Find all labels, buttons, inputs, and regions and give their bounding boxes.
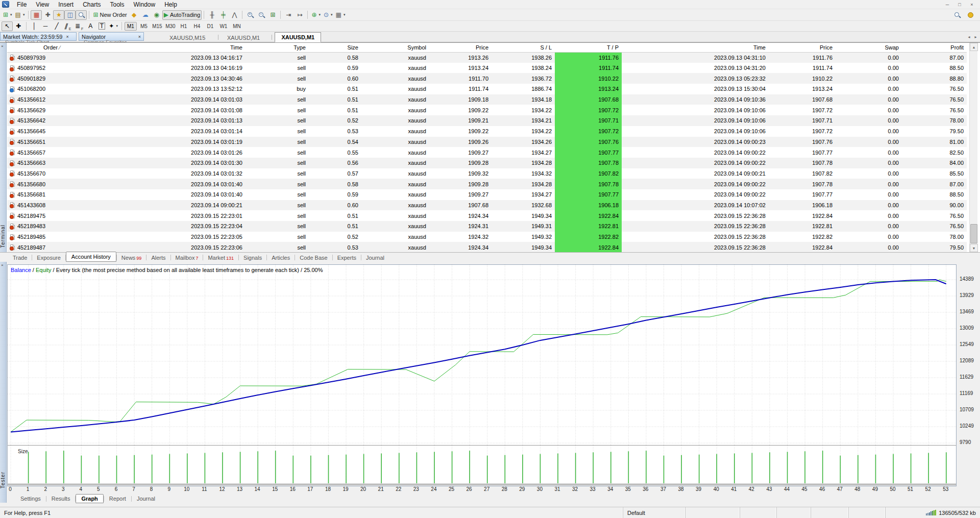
- table-row[interactable]: 4514336082023.09.14 09:00:21sell0.60xauu…: [7, 200, 967, 211]
- terminal-tab-account-history[interactable]: Account History: [66, 252, 116, 262]
- timeframe-m5[interactable]: M5: [138, 22, 150, 31]
- table-row[interactable]: 4513566122023.09.14 03:01:03sell0.51xauu…: [7, 94, 967, 105]
- metaeditor-button[interactable]: ◆: [129, 10, 140, 20]
- close-icon[interactable]: ×: [138, 34, 141, 39]
- fibonacci-tool[interactable]: ≣F: [74, 21, 85, 31]
- table-row[interactable]: 4508979392023.09.13 04:16:17sell0.58xauu…: [7, 52, 967, 63]
- table-row[interactable]: 4513566702023.09.14 03:01:32sell0.57xauu…: [7, 168, 967, 179]
- table-row[interactable]: 4510682002023.09.13 13:52:12buy0.51xauus…: [7, 84, 967, 94]
- tester-tab-graph[interactable]: Graph: [76, 494, 103, 503]
- navigator-panel-tab[interactable]: Navigator ×: [79, 32, 144, 41]
- text-tool[interactable]: A: [85, 21, 96, 31]
- timeframe-m15[interactable]: M15: [151, 22, 163, 31]
- indicators-button[interactable]: ⊕▾: [310, 10, 322, 20]
- community-button[interactable]: [965, 10, 976, 20]
- tester-tab-journal[interactable]: Journal: [132, 495, 160, 503]
- bar-chart-button[interactable]: ╫: [206, 10, 217, 20]
- label-tool[interactable]: T: [96, 21, 107, 31]
- tester-tab-results[interactable]: Results: [46, 495, 76, 503]
- status-profile[interactable]: Default: [623, 507, 685, 518]
- chart-tab-0[interactable]: XAUUSD,M15: [163, 33, 211, 42]
- templates-button[interactable]: ▦▾: [334, 10, 347, 20]
- new-order-button[interactable]: ⊞New Order: [91, 10, 128, 20]
- history-scrollbar[interactable]: ▲ ▼: [969, 43, 977, 252]
- table-row[interactable]: 4521894852023.09.15 22:23:05sell0.52xauu…: [7, 232, 967, 242]
- candlestick-button[interactable]: ╪: [217, 10, 229, 20]
- column-header-profit[interactable]: Profit: [902, 43, 967, 52]
- vertical-line-tool[interactable]: │: [29, 21, 40, 31]
- line-chart-button[interactable]: ⋀: [229, 10, 240, 20]
- tab-scroll-right-icon[interactable]: ▸: [973, 34, 978, 40]
- terminal-tab-experts[interactable]: Experts: [333, 254, 361, 262]
- sounds-button[interactable]: ◉: [151, 10, 162, 20]
- column-header-order[interactable]: Order ∕: [7, 43, 96, 52]
- menu-view[interactable]: View: [31, 0, 54, 9]
- table-row[interactable]: 4521894832023.09.15 22:23:04sell0.51xauu…: [7, 221, 967, 232]
- menu-charts[interactable]: Charts: [78, 0, 105, 9]
- column-header-symbol[interactable]: Symbol: [361, 43, 429, 52]
- menu-tools[interactable]: Tools: [106, 0, 129, 9]
- terminal-tab-signals[interactable]: Signals: [239, 254, 266, 262]
- terminal-tab-exposure[interactable]: Exposure: [32, 254, 65, 262]
- table-row[interactable]: 4513566572023.09.14 03:01:26sell0.55xauu…: [7, 147, 967, 158]
- terminal-toggle[interactable]: ◫: [64, 10, 76, 20]
- scroll-down-icon[interactable]: ▼: [970, 244, 978, 252]
- table-row[interactable]: 4513566422023.09.14 03:01:13sell0.52xauu…: [7, 115, 967, 126]
- column-header-time[interactable]: Time: [622, 43, 769, 52]
- column-header-sl[interactable]: S / L: [492, 43, 555, 52]
- restore-icon[interactable]: □: [953, 1, 966, 8]
- chart-tab-1[interactable]: XAUUSD,M1: [221, 33, 266, 42]
- market-watch-panel-tab[interactable]: Market Watch: 23:59:59 ×: [0, 32, 77, 41]
- terminal-tab-mailbox[interactable]: Mailbox7: [171, 254, 203, 262]
- minimize-icon[interactable]: ─: [941, 1, 953, 8]
- horizontal-line-tool[interactable]: ─: [40, 21, 51, 31]
- data-window-toggle[interactable]: ✚: [42, 10, 53, 20]
- profiles-button[interactable]: ▤▾: [14, 10, 27, 20]
- table-row[interactable]: 4513566452023.09.14 03:01:14sell0.53xauu…: [7, 126, 967, 137]
- timeframe-h1[interactable]: H1: [178, 22, 190, 31]
- table-row[interactable]: 4513566802023.09.14 03:01:40sell0.58xauu…: [7, 179, 967, 189]
- tester-graph[interactable]: Balance / Equity / Every tick (the most …: [7, 264, 957, 486]
- column-header-price[interactable]: Price: [429, 43, 492, 52]
- arrows-tool[interactable]: ✦▾: [107, 21, 119, 31]
- timeframe-d1[interactable]: D1: [204, 22, 216, 31]
- table-row[interactable]: 4509018292023.09.13 04:30:46sell0.60xauu…: [7, 73, 967, 84]
- cursor-tool[interactable]: ↖: [2, 21, 13, 31]
- new-chart-button[interactable]: ⊞▾: [2, 10, 14, 20]
- channel-tool[interactable]: ∥E: [62, 21, 74, 31]
- column-header-time[interactable]: Time: [96, 43, 246, 52]
- table-row[interactable]: 4508979522023.09.13 04:16:19sell0.59xauu…: [7, 63, 967, 73]
- menu-insert[interactable]: Insert: [54, 0, 78, 9]
- search-button[interactable]: [951, 10, 963, 20]
- market-watch-toggle[interactable]: ▦: [31, 10, 42, 20]
- menu-window[interactable]: Window: [129, 0, 160, 9]
- menu-file[interactable]: File: [12, 0, 31, 9]
- terminal-tab-news[interactable]: News99: [117, 254, 146, 262]
- zoom-in-button[interactable]: +: [244, 10, 256, 20]
- scroll-up-icon[interactable]: ▲: [970, 43, 978, 51]
- close-icon[interactable]: ×: [1, 263, 4, 267]
- trendline-tool[interactable]: ╱: [51, 21, 62, 31]
- table-row[interactable]: 4521894872023.09.15 22:23:06sell0.53xauu…: [7, 242, 967, 252]
- terminal-tab-journal[interactable]: Journal: [361, 254, 389, 262]
- table-row[interactable]: 4513566812023.09.14 03:01:40sell0.59xauu…: [7, 189, 967, 200]
- table-row[interactable]: 4513566292023.09.14 03:01:08sell0.51xauu…: [7, 105, 967, 115]
- column-header-type[interactable]: Type: [246, 43, 309, 52]
- terminal-tab-market[interactable]: Market131: [203, 254, 238, 262]
- periods-button[interactable]: ⊙▾: [322, 10, 334, 20]
- tab-scroll-left-icon[interactable]: ◂: [966, 34, 972, 40]
- chart-tab-2[interactable]: XAUUSD,M1: [275, 32, 321, 42]
- tester-tab-report[interactable]: Report: [104, 495, 131, 503]
- timeframe-m30[interactable]: M30: [164, 22, 177, 31]
- close-icon[interactable]: ×: [1, 44, 4, 48]
- scrollbar-thumb[interactable]: [970, 224, 977, 243]
- expert-advisors-button[interactable]: ☁: [140, 10, 151, 20]
- crosshair-tool[interactable]: ✚: [13, 21, 24, 31]
- strategy-tester-toggle[interactable]: [76, 10, 87, 20]
- tester-tab-settings[interactable]: Settings: [15, 495, 46, 503]
- column-header-price[interactable]: Price: [769, 43, 836, 52]
- timeframe-mn[interactable]: MN: [231, 22, 243, 31]
- terminal-tab-alerts[interactable]: Alerts: [146, 254, 170, 262]
- timeframe-h4[interactable]: H4: [191, 22, 203, 31]
- table-row[interactable]: 4521894752023.09.15 22:23:01sell0.51xauu…: [7, 210, 967, 221]
